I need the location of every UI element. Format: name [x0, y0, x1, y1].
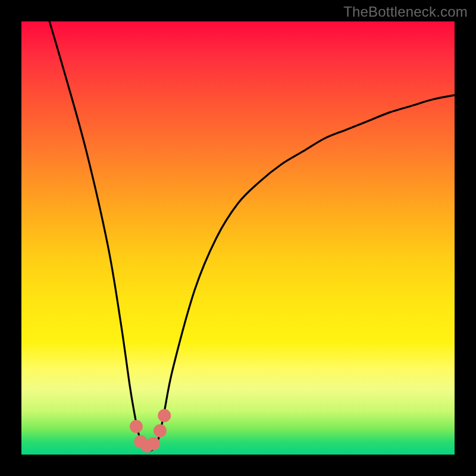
curve-marker: [154, 424, 167, 437]
curve-marker: [158, 409, 171, 422]
curve-marker: [130, 420, 143, 433]
bottleneck-curve: [43, 21, 455, 451]
curve-marker: [147, 437, 160, 450]
watermark-text: TheBottleneck.com: [343, 4, 468, 20]
chart-frame: TheBottleneck.com: [0, 0, 476, 476]
marker-group: [130, 409, 171, 452]
curve-layer: [21, 21, 455, 455]
plot-area: [21, 21, 455, 455]
